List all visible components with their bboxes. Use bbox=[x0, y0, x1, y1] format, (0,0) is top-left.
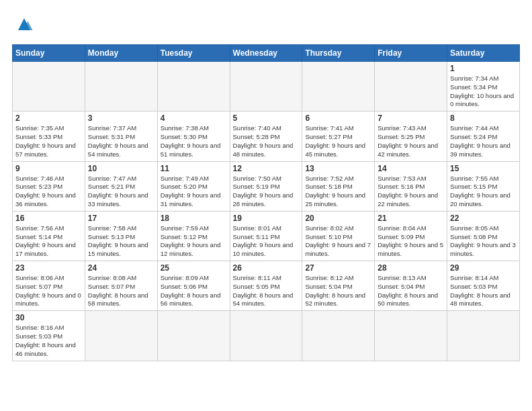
day-info: Sunrise: 7:37 AM Sunset: 5:31 PM Dayligh… bbox=[88, 124, 154, 158]
calendar-cell: 2Sunrise: 7:35 AM Sunset: 5:33 PM Daylig… bbox=[13, 111, 85, 161]
calendar-row: 2Sunrise: 7:35 AM Sunset: 5:33 PM Daylig… bbox=[13, 111, 520, 161]
calendar-cell bbox=[157, 62, 230, 111]
page: SundayMondayTuesdayWednesdayThursdayFrid… bbox=[0, 0, 532, 411]
day-number: 3 bbox=[88, 113, 154, 123]
calendar-cell: 5Sunrise: 7:40 AM Sunset: 5:28 PM Daylig… bbox=[230, 111, 302, 161]
calendar-cell bbox=[447, 311, 520, 361]
day-number: 9 bbox=[15, 164, 82, 173]
day-number: 18 bbox=[161, 214, 227, 223]
day-number: 14 bbox=[378, 164, 444, 173]
day-info: Sunrise: 7:58 AM Sunset: 5:13 PM Dayligh… bbox=[88, 224, 154, 259]
day-number: 26 bbox=[233, 263, 300, 273]
day-info: Sunrise: 8:06 AM Sunset: 5:07 PM Dayligh… bbox=[15, 274, 82, 308]
logo-icon bbox=[12, 12, 36, 36]
header bbox=[12, 12, 520, 36]
day-info: Sunrise: 8:09 AM Sunset: 5:06 PM Dayligh… bbox=[161, 274, 227, 308]
calendar-cell bbox=[85, 311, 157, 361]
day-number: 2 bbox=[15, 113, 82, 123]
calendar-cell: 22Sunrise: 8:05 AM Sunset: 5:08 PM Dayli… bbox=[447, 211, 520, 261]
day-number: 7 bbox=[378, 113, 444, 123]
calendar-cell bbox=[230, 311, 302, 361]
weekday-header-sunday: Sunday bbox=[13, 45, 85, 62]
day-info: Sunrise: 7:50 AM Sunset: 5:19 PM Dayligh… bbox=[233, 175, 300, 209]
calendar-cell bbox=[375, 62, 447, 111]
calendar-cell: 18Sunrise: 7:59 AM Sunset: 5:12 PM Dayli… bbox=[157, 211, 230, 261]
day-info: Sunrise: 7:40 AM Sunset: 5:28 PM Dayligh… bbox=[233, 124, 300, 158]
weekday-header-thursday: Thursday bbox=[302, 45, 375, 62]
calendar-cell: 16Sunrise: 7:56 AM Sunset: 5:14 PM Dayli… bbox=[13, 211, 85, 261]
calendar-cell: 17Sunrise: 7:58 AM Sunset: 5:13 PM Dayli… bbox=[85, 211, 157, 261]
day-number: 10 bbox=[88, 164, 154, 173]
calendar-cell: 23Sunrise: 8:06 AM Sunset: 5:07 PM Dayli… bbox=[13, 261, 85, 311]
day-number: 22 bbox=[450, 214, 517, 223]
calendar-cell bbox=[13, 62, 85, 111]
calendar-cell: 21Sunrise: 8:04 AM Sunset: 5:09 PM Dayli… bbox=[375, 211, 447, 261]
calendar-cell bbox=[85, 62, 157, 111]
calendar-cell: 6Sunrise: 7:41 AM Sunset: 5:27 PM Daylig… bbox=[302, 111, 375, 161]
day-number: 16 bbox=[15, 214, 82, 223]
calendar-cell: 30Sunrise: 8:16 AM Sunset: 5:03 PM Dayli… bbox=[13, 311, 85, 361]
calendar-cell: 19Sunrise: 8:01 AM Sunset: 5:11 PM Dayli… bbox=[230, 211, 302, 261]
day-info: Sunrise: 8:11 AM Sunset: 5:05 PM Dayligh… bbox=[233, 274, 300, 308]
calendar-cell: 8Sunrise: 7:44 AM Sunset: 5:24 PM Daylig… bbox=[447, 111, 520, 161]
day-info: Sunrise: 8:01 AM Sunset: 5:11 PM Dayligh… bbox=[233, 224, 300, 259]
calendar-cell: 1Sunrise: 7:34 AM Sunset: 5:34 PM Daylig… bbox=[447, 62, 520, 111]
day-number: 12 bbox=[233, 164, 300, 173]
calendar-cell: 29Sunrise: 8:14 AM Sunset: 5:03 PM Dayli… bbox=[447, 261, 520, 311]
day-number: 23 bbox=[15, 263, 82, 273]
day-info: Sunrise: 7:56 AM Sunset: 5:14 PM Dayligh… bbox=[15, 224, 82, 259]
day-info: Sunrise: 7:38 AM Sunset: 5:30 PM Dayligh… bbox=[161, 124, 227, 158]
day-number: 1 bbox=[450, 64, 517, 73]
day-number: 29 bbox=[450, 263, 517, 273]
day-info: Sunrise: 8:04 AM Sunset: 5:09 PM Dayligh… bbox=[378, 224, 444, 259]
logo bbox=[12, 12, 40, 36]
day-info: Sunrise: 7:34 AM Sunset: 5:34 PM Dayligh… bbox=[450, 75, 517, 109]
day-number: 8 bbox=[450, 113, 517, 123]
calendar-cell bbox=[157, 311, 230, 361]
day-info: Sunrise: 7:43 AM Sunset: 5:25 PM Dayligh… bbox=[378, 124, 444, 158]
day-info: Sunrise: 8:02 AM Sunset: 5:10 PM Dayligh… bbox=[305, 224, 371, 259]
day-info: Sunrise: 7:53 AM Sunset: 5:16 PM Dayligh… bbox=[378, 175, 444, 209]
calendar-cell: 25Sunrise: 8:09 AM Sunset: 5:06 PM Dayli… bbox=[157, 261, 230, 311]
day-number: 17 bbox=[88, 214, 154, 223]
calendar-row: 9Sunrise: 7:46 AM Sunset: 5:23 PM Daylig… bbox=[13, 161, 520, 211]
day-info: Sunrise: 7:55 AM Sunset: 5:15 PM Dayligh… bbox=[450, 175, 517, 209]
calendar-cell: 10Sunrise: 7:47 AM Sunset: 5:21 PM Dayli… bbox=[85, 161, 157, 211]
day-number: 5 bbox=[233, 113, 300, 123]
weekday-header-wednesday: Wednesday bbox=[230, 45, 302, 62]
day-number: 4 bbox=[161, 113, 227, 123]
day-info: Sunrise: 8:13 AM Sunset: 5:04 PM Dayligh… bbox=[378, 274, 444, 308]
day-number: 15 bbox=[450, 164, 517, 173]
weekday-header-row: SundayMondayTuesdayWednesdayThursdayFrid… bbox=[13, 45, 520, 62]
calendar-cell: 27Sunrise: 8:12 AM Sunset: 5:04 PM Dayli… bbox=[302, 261, 375, 311]
day-number: 24 bbox=[88, 263, 154, 273]
day-info: Sunrise: 7:49 AM Sunset: 5:20 PM Dayligh… bbox=[161, 175, 227, 209]
calendar-cell bbox=[375, 311, 447, 361]
day-number: 28 bbox=[378, 263, 444, 273]
calendar-cell: 14Sunrise: 7:53 AM Sunset: 5:16 PM Dayli… bbox=[375, 161, 447, 211]
weekday-header-monday: Monday bbox=[85, 45, 157, 62]
calendar-cell: 24Sunrise: 8:08 AM Sunset: 5:07 PM Dayli… bbox=[85, 261, 157, 311]
day-info: Sunrise: 7:44 AM Sunset: 5:24 PM Dayligh… bbox=[450, 124, 517, 158]
calendar-cell: 15Sunrise: 7:55 AM Sunset: 5:15 PM Dayli… bbox=[447, 161, 520, 211]
calendar-row: 16Sunrise: 7:56 AM Sunset: 5:14 PM Dayli… bbox=[13, 211, 520, 261]
day-info: Sunrise: 7:46 AM Sunset: 5:23 PM Dayligh… bbox=[15, 175, 82, 209]
calendar-cell: 4Sunrise: 7:38 AM Sunset: 5:30 PM Daylig… bbox=[157, 111, 230, 161]
day-info: Sunrise: 7:47 AM Sunset: 5:21 PM Dayligh… bbox=[88, 175, 154, 209]
calendar-row: 30Sunrise: 8:16 AM Sunset: 5:03 PM Dayli… bbox=[13, 311, 520, 361]
day-info: Sunrise: 8:16 AM Sunset: 5:03 PM Dayligh… bbox=[15, 324, 82, 358]
calendar-cell: 20Sunrise: 8:02 AM Sunset: 5:10 PM Dayli… bbox=[302, 211, 375, 261]
calendar-cell: 28Sunrise: 8:13 AM Sunset: 5:04 PM Dayli… bbox=[375, 261, 447, 311]
day-info: Sunrise: 7:41 AM Sunset: 5:27 PM Dayligh… bbox=[305, 124, 371, 158]
calendar-row: 1Sunrise: 7:34 AM Sunset: 5:34 PM Daylig… bbox=[13, 62, 520, 111]
day-number: 21 bbox=[378, 214, 444, 223]
day-number: 20 bbox=[305, 214, 371, 223]
day-number: 13 bbox=[305, 164, 371, 173]
calendar-cell: 26Sunrise: 8:11 AM Sunset: 5:05 PM Dayli… bbox=[230, 261, 302, 311]
calendar-row: 23Sunrise: 8:06 AM Sunset: 5:07 PM Dayli… bbox=[13, 261, 520, 311]
calendar-cell: 3Sunrise: 7:37 AM Sunset: 5:31 PM Daylig… bbox=[85, 111, 157, 161]
day-info: Sunrise: 8:05 AM Sunset: 5:08 PM Dayligh… bbox=[450, 224, 517, 259]
day-info: Sunrise: 7:35 AM Sunset: 5:33 PM Dayligh… bbox=[15, 124, 82, 158]
day-number: 11 bbox=[161, 164, 227, 173]
calendar-cell bbox=[302, 62, 375, 111]
